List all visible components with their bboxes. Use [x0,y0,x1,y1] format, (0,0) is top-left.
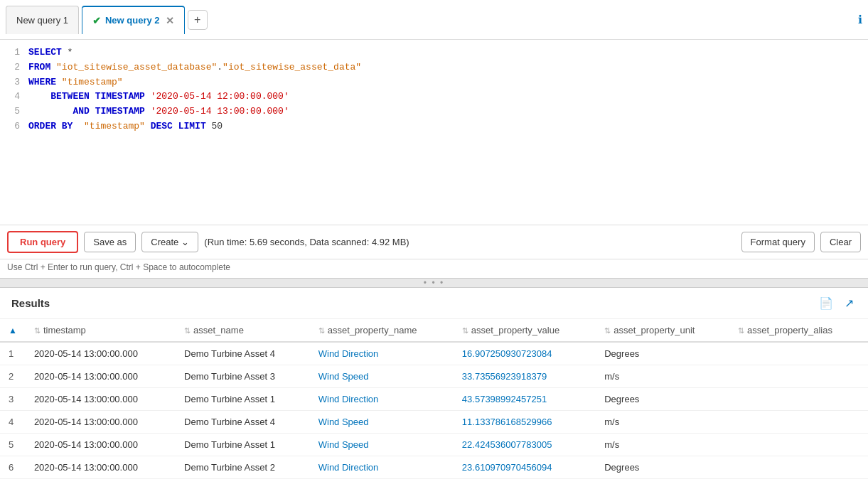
col-arrow-header: ▲ [0,319,26,342]
editor-line-3: 3 WHERE "timestamp" [6,75,862,90]
tab-new-query-1[interactable]: New query 1 [6,6,79,34]
cell-property-alias [729,411,868,434]
run-info: (Run time: 5.69 seconds, Data scanned: 4… [204,237,409,247]
cell-timestamp: 2020-05-14 13:00:00.000 [26,411,176,434]
cell-property-alias [729,388,868,411]
cell-property-name[interactable]: Wind Direction [310,342,454,365]
tab-close-icon[interactable]: ✕ [166,15,174,26]
row-num: 5 [0,434,26,456]
col-asset-property-alias-header[interactable]: ⇅asset_property_alias [729,319,868,342]
row-num: 1 [0,342,26,365]
cell-asset-name: Demo Turbine Asset 4 [176,342,310,365]
app-container: New query 1 ✔ New query 2 ✕ + ℹ 1 SELECT… [0,0,868,494]
col-asset-name-header[interactable]: ⇅asset_name [176,319,310,342]
cell-property-unit: m/s [596,365,729,388]
editor-line-5: 5 AND TIMESTAMP '2020-05-14 13:00:00.000… [6,104,862,119]
cell-asset-name: Demo Turbine Asset 4 [176,411,310,434]
cell-property-value[interactable]: 16.907250930723084 [454,342,596,365]
info-icon: ℹ [858,13,862,26]
results-title: Results [11,297,50,309]
table-row: 1 2020-05-14 13:00:00.000 Demo Turbine A… [0,342,868,365]
cell-property-unit: Degrees [596,342,729,365]
tab2-label: New query 2 [105,15,160,26]
results-table: ▲ ⇅timestamp ⇅asset_name ⇅asset_property… [0,319,868,479]
cell-property-name[interactable]: Wind Direction [310,388,454,411]
hint-text: Use Ctrl + Enter to run query, Ctrl + Sp… [0,259,868,278]
create-button[interactable]: Create ⌄ [141,232,198,252]
chevron-down-icon: ⌄ [181,237,189,247]
toolbar-right: Format query Clear [741,232,861,252]
download-icon[interactable]: 📄 [816,295,836,311]
col-asset-property-value-header[interactable]: ⇅asset_property_value [454,319,596,342]
table-row: 6 2020-05-14 13:00:00.000 Demo Turbine A… [0,456,868,479]
cell-property-value[interactable]: 22.424536007783005 [454,434,596,456]
cell-property-value[interactable]: 33.73556923918379 [454,365,596,388]
cell-asset-name: Demo Turbine Asset 1 [176,434,310,456]
cell-asset-name: Demo Turbine Asset 2 [176,456,310,479]
divider-handle: • • • [424,278,444,288]
editor-line-6: 6 ORDER BY "timestamp" DESC LIMIT 50 [6,119,862,134]
row-num: 4 [0,411,26,434]
table-row: 2 2020-05-14 13:00:00.000 Demo Turbine A… [0,365,868,388]
tab-new-query-2[interactable]: ✔ New query 2 ✕ [82,6,185,34]
editor-line-2: 2 FROM "iot_sitewise_asset_database"."io… [6,60,862,75]
row-num: 2 [0,365,26,388]
cell-property-unit: Degrees [596,456,729,479]
check-circle-icon: ✔ [92,15,101,26]
col-asset-property-unit-header[interactable]: ⇅asset_property_unit [596,319,729,342]
cell-property-value[interactable]: 43.57398992457251 [454,388,596,411]
cell-property-name[interactable]: Wind Direction [310,456,454,479]
expand-icon[interactable]: ↗ [842,295,857,311]
save-as-button[interactable]: Save as [84,232,136,252]
cell-timestamp: 2020-05-14 13:00:00.000 [26,342,176,365]
cell-timestamp: 2020-05-14 13:00:00.000 [26,365,176,388]
table-row: 3 2020-05-14 13:00:00.000 Demo Turbine A… [0,388,868,411]
cell-property-name[interactable]: Wind Speed [310,434,454,456]
table-row: 4 2020-05-14 13:00:00.000 Demo Turbine A… [0,411,868,434]
row-num: 6 [0,456,26,479]
row-num: 3 [0,388,26,411]
results-actions: 📄 ↗ [816,295,857,311]
cell-timestamp: 2020-05-14 13:00:00.000 [26,388,176,411]
results-panel: Results 📄 ↗ ▲ ⇅timestamp ⇅asset_name ⇅as… [0,288,868,494]
cell-property-value[interactable]: 23.610970970456094 [454,456,596,479]
editor-line-1: 1 SELECT * [6,45,862,60]
add-tab-button[interactable]: + [188,10,208,30]
cell-timestamp: 2020-05-14 13:00:00.000 [26,434,176,456]
cell-property-name[interactable]: Wind Speed [310,365,454,388]
cell-property-unit: m/s [596,434,729,456]
tab-bar: New query 1 ✔ New query 2 ✕ + ℹ [0,0,868,40]
table-row: 5 2020-05-14 13:00:00.000 Demo Turbine A… [0,434,868,456]
tab1-label: New query 1 [16,15,68,26]
cell-property-unit: Degrees [596,388,729,411]
cell-asset-name: Demo Turbine Asset 3 [176,365,310,388]
cell-property-unit: m/s [596,411,729,434]
results-table-container[interactable]: ▲ ⇅timestamp ⇅asset_name ⇅asset_property… [0,319,868,494]
query-toolbar: Run query Save as Create ⌄ (Run time: 5.… [0,225,868,259]
clear-button[interactable]: Clear [820,232,861,252]
cell-asset-name: Demo Turbine Asset 1 [176,388,310,411]
col-asset-property-name-header[interactable]: ⇅asset_property_name [310,319,454,342]
panel-divider[interactable]: • • • [0,278,868,288]
cell-property-value[interactable]: 11.133786168529966 [454,411,596,434]
cell-property-alias [729,342,868,365]
col-timestamp-header[interactable]: ⇅timestamp [26,319,176,342]
cell-property-alias [729,456,868,479]
cell-property-alias [729,365,868,388]
cell-property-alias [729,434,868,456]
editor-line-4: 4 BETWEEN TIMESTAMP '2020-05-14 12:00:00… [6,90,862,104]
cell-timestamp: 2020-05-14 13:00:00.000 [26,456,176,479]
format-query-button[interactable]: Format query [741,232,815,252]
editor-content[interactable]: 1 SELECT * 2 FROM "iot_sitewise_asset_da… [0,40,868,225]
create-label: Create [151,237,178,247]
cell-property-name[interactable]: Wind Speed [310,411,454,434]
query-editor[interactable]: 1 SELECT * 2 FROM "iot_sitewise_asset_da… [0,40,868,225]
results-header: Results 📄 ↗ [0,288,868,319]
run-query-button[interactable]: Run query [7,231,78,253]
